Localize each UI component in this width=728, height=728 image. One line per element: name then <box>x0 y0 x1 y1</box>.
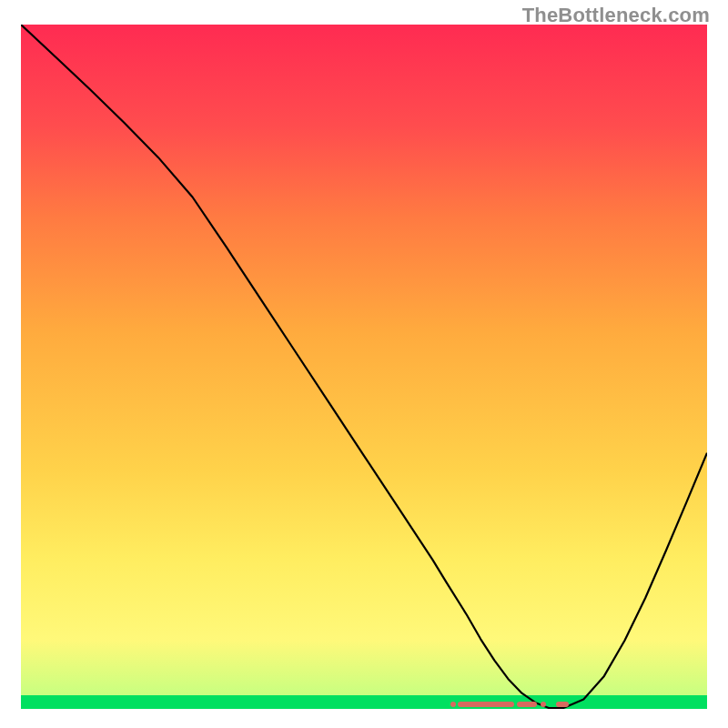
bottleneck-curve <box>21 25 707 709</box>
chart-container: TheBottleneck.com <box>0 0 728 728</box>
plot-area <box>21 25 707 709</box>
curve-path <box>21 25 707 708</box>
